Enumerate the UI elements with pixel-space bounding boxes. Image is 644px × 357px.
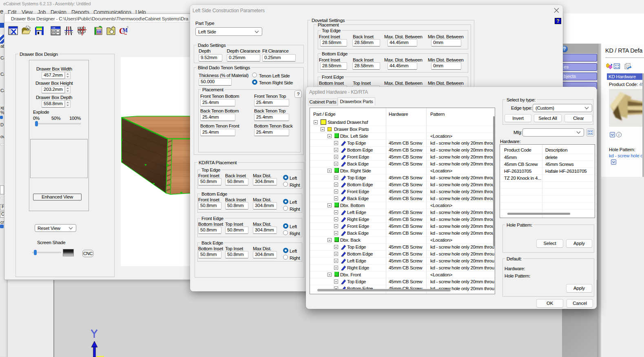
svg-text:EB: EB	[97, 30, 101, 33]
svg-text:X1Z: X1Z	[52, 33, 55, 35]
svg-text:CON: CON	[52, 27, 55, 29]
svg-text:1X2: 1X2	[52, 30, 55, 32]
svg-text:M: M	[122, 27, 128, 33]
